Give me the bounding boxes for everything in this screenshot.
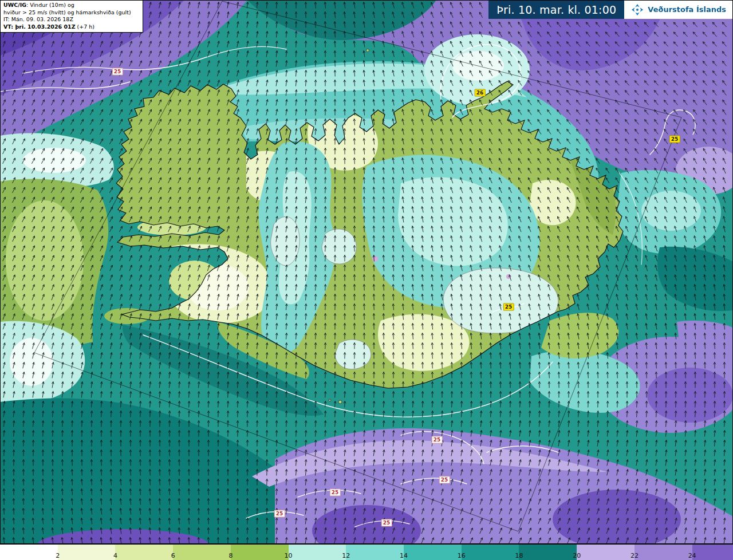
- colorbar-tick-label: 22: [630, 552, 639, 559]
- colorbar-segment: [173, 545, 231, 560]
- weather-map-app: 252625252525252525 UWC/IG: Vindur (10m) …: [0, 0, 733, 560]
- colorbar-segment: [519, 545, 577, 560]
- info-line-init-time: IT: Mán. 09. 03. 2026 18Z: [3, 16, 140, 23]
- colorbar-segment: [115, 545, 173, 560]
- datetime-header: Þri. 10. mar. kl. 01:00 Veðurstofa Íslan…: [488, 0, 733, 19]
- colorbar-segment: [231, 545, 289, 560]
- map-area: 252625252525252525 UWC/IG: Vindur (10m) …: [0, 0, 733, 544]
- colorbar-segment: [577, 545, 635, 560]
- model-id: UWC/IG: [3, 2, 26, 8]
- vedurstofa-logo: Veðurstofa Íslands: [624, 0, 733, 19]
- colorbar-tick-label: 2: [56, 552, 60, 559]
- colorbar-segment: [0, 545, 58, 560]
- info-line-legend: hviður > 25 m/s (hvítt) og hámarkshviða …: [3, 9, 140, 17]
- colorbar-tick-label: 6: [171, 552, 175, 559]
- colorbar-segment: [58, 545, 116, 560]
- colorbar-segment: [404, 545, 462, 560]
- model-info-box: UWC/IG: Vindur (10m) og hviður > 25 m/s …: [0, 0, 143, 33]
- colorbar-tick-label: 16: [458, 552, 466, 559]
- colorbar-tick-label: 14: [400, 552, 408, 559]
- colorbar-segment: [692, 545, 733, 560]
- vedurstofa-logo-icon: [631, 3, 644, 16]
- colorbar-tick-label: 24: [688, 552, 696, 559]
- colorbar-segment: [462, 545, 519, 560]
- colorbar-segment: [635, 545, 692, 560]
- info-line-product: UWC/IG: Vindur (10m) og: [3, 2, 140, 9]
- colorbar-tick-label: 4: [113, 552, 117, 559]
- wind-speed-colorbar: 24681012141618202224: [0, 544, 733, 560]
- colorbar-tick-label: 8: [228, 552, 232, 559]
- colorbar-tick-label: 10: [285, 552, 293, 559]
- wind-arrows-layer: [0, 0, 733, 544]
- colorbar-segment: [346, 545, 404, 560]
- info-line-valid-time: VT: þri. 10.03.2026 01Z (+7 h): [3, 23, 140, 31]
- colorbar-tick-label: 18: [515, 552, 523, 559]
- valid-datetime-display: Þri. 10. mar. kl. 01:00: [488, 0, 624, 19]
- vedurstofa-logo-text: Veðurstofa Íslands: [648, 5, 726, 14]
- colorbar-segment: [289, 545, 346, 560]
- colorbar-tick-label: 12: [342, 552, 350, 559]
- colorbar-tick-label: 20: [573, 552, 581, 559]
